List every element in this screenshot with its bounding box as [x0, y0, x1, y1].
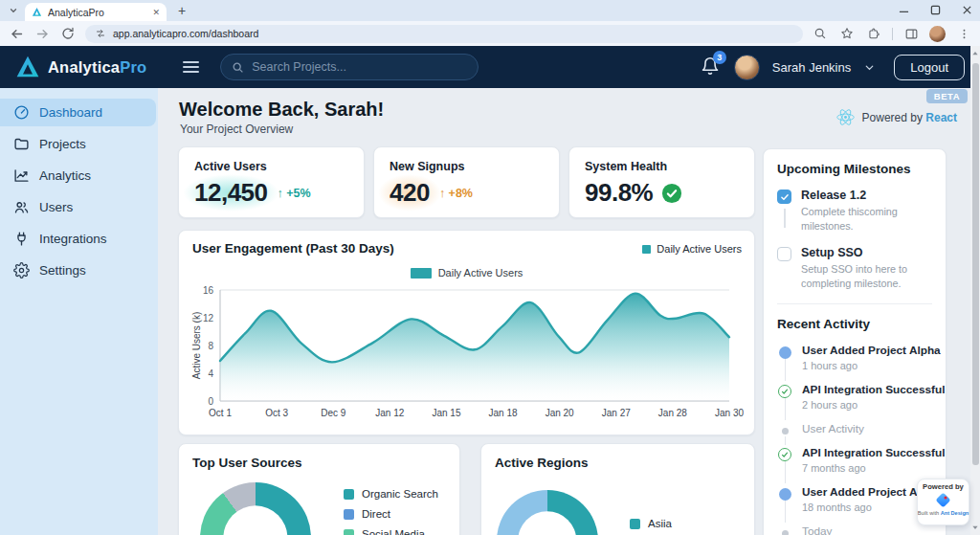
stat-label: Active Users: [194, 160, 348, 173]
activity-blue-marker-icon: [777, 486, 792, 502]
svg-text:Jan 12: Jan 12: [375, 408, 404, 418]
stat-label: System Health: [585, 160, 739, 173]
app-root: AnalyticaPro 3 Sarah Jenkins Logout Dash…: [0, 46, 980, 535]
stat-value: 99.8%: [585, 178, 653, 208]
react-link[interactable]: React: [925, 111, 957, 124]
sidebar-item-projects[interactable]: Projects: [0, 130, 158, 158]
milestones-list: Release 1.2Complete thiscoming milestone…: [777, 189, 932, 291]
svg-text:Jan 15: Jan 15: [432, 408, 460, 418]
side-panel-icon[interactable]: [902, 25, 920, 42]
activity-gray-marker-icon: [777, 525, 792, 535]
milestone-label: Setup SSO: [801, 246, 932, 259]
window-minimize-button[interactable]: [899, 5, 909, 15]
sidebar-item-label: Dashboard: [39, 105, 102, 120]
milestone-label: Release 1.2: [801, 189, 932, 202]
chart-header-legend: Daily Active Users: [642, 243, 742, 255]
new-tab-button[interactable]: +: [172, 2, 191, 21]
project-search[interactable]: [220, 54, 479, 80]
sidebar-item-users[interactable]: Users: [0, 193, 158, 221]
legend-item: Social Media: [344, 528, 438, 535]
reload-icon[interactable]: [59, 25, 77, 42]
url-bar[interactable]: app.analyticapro.com/dashboard: [85, 25, 803, 43]
scrollbar-thumb[interactable]: [972, 63, 979, 465]
chart-inner-legend[interactable]: Daily Active Users: [179, 267, 754, 279]
menu-hamburger-icon[interactable]: [183, 61, 199, 73]
legend-label: Direct: [362, 508, 390, 520]
milestone-checkbox[interactable]: [777, 247, 791, 261]
tab-search-icon[interactable]: [4, 2, 23, 19]
stats-row: Active Users12,450↑ +5%New Signups420↑ +…: [178, 146, 755, 218]
logout-button[interactable]: Logout: [894, 55, 965, 80]
svg-text:12: 12: [203, 313, 214, 323]
projects-icon: [13, 136, 30, 152]
stat-value: 420: [390, 178, 430, 208]
activity-item-time: 7 months ago: [802, 462, 932, 474]
page-subtitle: Your Project Overview: [180, 123, 293, 136]
activity-item: User Activity: [777, 422, 932, 435]
milestones-title: Upcoming Milestones: [777, 162, 932, 176]
search-input[interactable]: [252, 60, 453, 74]
activity-item: User Added Project Alpha1 hours ago: [777, 344, 932, 371]
svg-text:8: 8: [208, 341, 213, 351]
zoom-icon[interactable]: [812, 25, 829, 42]
window-close-button[interactable]: [962, 5, 972, 15]
activity-item-time: 1 hours ago: [802, 360, 932, 371]
milestone-checkbox[interactable]: [777, 189, 791, 204]
browser-toolbar: app.analyticapro.com/dashboard: [0, 21, 980, 46]
milestone-description: Complete thiscoming milestones.: [801, 205, 932, 234]
legend-swatch: [344, 529, 354, 535]
window-maximize-button[interactable]: [930, 5, 941, 15]
browser-tab[interactable]: AnalyticaPro ✕: [25, 3, 167, 21]
stat-card-system-health: System Health99.8%: [568, 146, 755, 218]
toolbar-divider: [892, 28, 893, 40]
activity-gray-marker-icon: [777, 423, 792, 438]
stat-delta: ↑ +5%: [278, 187, 311, 200]
svg-text:Jan 18: Jan 18: [489, 408, 518, 418]
activity-item-title: API Integration Successful: [802, 383, 932, 396]
forward-icon[interactable]: [33, 25, 51, 42]
legend-item: Asiia: [630, 518, 672, 529]
sources-legend: Organic SearchDirectSocial Media: [344, 488, 438, 535]
ant-design-logo-icon: [935, 492, 951, 508]
activity-timeline: User Added Project Alpha1 hours agoAPI I…: [777, 344, 932, 535]
sidebar-item-label: Users: [39, 200, 73, 214]
sidebar-item-label: Integrations: [39, 232, 107, 246]
svg-text:Oct 3: Oct 3: [265, 408, 288, 418]
sidebar-item-analytics[interactable]: Analytics: [0, 162, 158, 189]
svg-text:Jan 20: Jan 20: [546, 408, 574, 418]
right-panel: Upcoming Milestones Release 1.2Complete …: [763, 148, 947, 535]
chart-title: User Engagement (Past 30 Days): [192, 241, 394, 256]
regions-donut-chart: [497, 490, 598, 535]
scroll-up-arrow[interactable]: [970, 48, 980, 59]
legend-item: Organic Search: [344, 488, 438, 500]
extensions-icon[interactable]: [865, 25, 882, 42]
milestone-item: Setup SSOSetup SSO into here to completi…: [777, 246, 932, 291]
built-with-badge[interactable]: Powered by Built with Ant Design: [917, 479, 969, 525]
url-text: app.analyticapro.com/dashboard: [113, 28, 258, 39]
legend-label: Organic Search: [362, 488, 438, 500]
user-avatar[interactable]: [734, 55, 760, 80]
browser-profile-avatar[interactable]: [929, 26, 946, 42]
browser-menu-icon[interactable]: [955, 25, 972, 42]
browser-chrome: AnalyticaPro ✕ + app.analyticapro.com/da…: [0, 0, 980, 46]
search-icon: [232, 61, 244, 74]
user-menu-chevron-icon[interactable]: [863, 61, 876, 74]
sidebar-item-label: Projects: [39, 137, 86, 151]
sidebar-item-integrations[interactable]: Integrations: [0, 225, 158, 253]
sidebar-item-dashboard[interactable]: Dashboard: [0, 99, 156, 126]
sidebar-item-settings[interactable]: Settings: [0, 256, 158, 284]
tab-close-icon[interactable]: ✕: [152, 8, 160, 17]
site-settings-icon[interactable]: [95, 28, 106, 39]
legend-label: Social Media: [362, 528, 425, 535]
notification-count-badge: 3: [713, 51, 726, 64]
notifications-button[interactable]: 3: [701, 56, 722, 78]
stat-value: 12,450: [194, 178, 268, 208]
back-icon[interactable]: [8, 25, 25, 42]
page-scrollbar[interactable]: [970, 46, 980, 535]
stat-label: New Signups: [390, 160, 544, 173]
activity-item: API Integration Successful7 months ago: [777, 446, 932, 474]
active-regions-card: Active Regions Asiia: [480, 443, 755, 535]
scroll-down-arrow[interactable]: [970, 522, 980, 533]
analytics-icon: [13, 167, 30, 184]
bookmark-star-icon[interactable]: [838, 25, 856, 42]
